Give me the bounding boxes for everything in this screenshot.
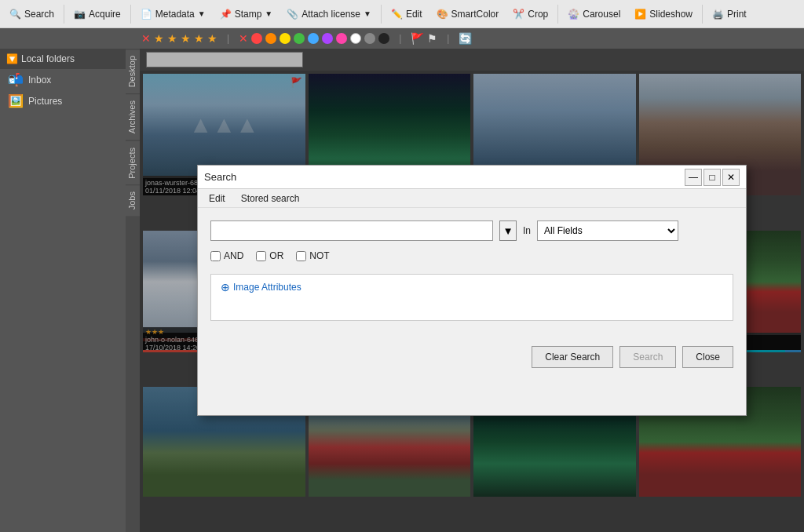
image-attributes-header[interactable]: ⊕ Image Attributes (221, 281, 723, 293)
or-checkbox[interactable] (256, 251, 266, 261)
edit-button[interactable]: ✏️ Edit (385, 2, 429, 26)
crop-label: Crop (528, 9, 548, 20)
reject-star[interactable]: ✕ (141, 32, 151, 45)
sidebar-item-pictures[interactable]: 🖼️ Pictures (0, 90, 126, 111)
search-label: Search (24, 9, 54, 20)
search-query-input[interactable] (210, 220, 493, 241)
dialog-title: Search (204, 171, 683, 183)
not-checkbox[interactable] (296, 251, 306, 261)
acquire-label: Acquire (89, 9, 121, 20)
color-green[interactable] (294, 33, 305, 44)
star-5[interactable]: ★ (207, 32, 217, 45)
smartcolor-label: SmartColor (451, 9, 499, 20)
close-button-dialog[interactable]: Close (682, 346, 733, 368)
slideshow-button[interactable]: ▶️ Slideshow (628, 2, 699, 26)
color-yellow[interactable] (280, 33, 291, 44)
sidebar-item-pictures-label: Pictures (28, 96, 62, 107)
search-button-dialog[interactable]: Search (619, 346, 676, 368)
sidebar: 🔽 Local folders 📬 Inbox 🖼️ Pictures (0, 49, 126, 532)
not-label: NOT (309, 250, 329, 261)
print-button[interactable]: 🖨️ Print (706, 2, 753, 26)
color-orange[interactable] (265, 33, 276, 44)
toolbar-separator-4 (557, 5, 558, 24)
search-icon: 🔍 (9, 9, 21, 20)
color-purple[interactable] (322, 33, 333, 44)
stamp-icon: 📌 (220, 9, 232, 20)
dialog-close-button[interactable]: ✕ (722, 169, 740, 186)
attach-license-icon: 📎 (287, 9, 298, 20)
pictures-icon: 🖼️ (8, 93, 24, 108)
slideshow-icon: ▶️ (634, 9, 646, 20)
dialog-menu-stored-search[interactable]: Stored search (233, 191, 308, 206)
color-blue[interactable] (308, 33, 319, 44)
metadata-icon: 📄 (141, 9, 152, 20)
smartcolor-icon: 🎨 (437, 9, 448, 20)
attach-license-label: Attach license (302, 9, 360, 20)
vtab-desktop[interactable]: Desktop (126, 49, 140, 93)
color-black[interactable] (378, 33, 389, 44)
vtab-jobs[interactable]: Jobs (126, 184, 140, 216)
dialog-menu-edit[interactable]: Edit (201, 191, 233, 206)
star-1[interactable]: ★ (154, 32, 164, 45)
star-3[interactable]: ★ (181, 32, 191, 45)
fields-select[interactable]: All Fields Filename Keywords Description… (537, 220, 678, 241)
attr-expand-icon: ⊕ (221, 281, 230, 293)
and-label: AND (224, 250, 243, 261)
color-pink[interactable] (336, 33, 347, 44)
search-dialog: Search — □ ✕ Edit Stored search ▼ In (197, 165, 747, 416)
vtab-archives[interactable]: Archives (126, 93, 140, 140)
color-white[interactable] (350, 33, 361, 44)
in-label: In (523, 225, 531, 236)
inbox-icon: 📬 (8, 72, 24, 87)
flag-white[interactable]: ⚑ (427, 32, 437, 45)
smartcolor-button[interactable]: 🎨 SmartColor (430, 2, 506, 26)
edit-icon: ✏️ (391, 9, 403, 20)
reject-color[interactable]: ✕ (239, 32, 248, 45)
or-label: OR (269, 250, 283, 261)
print-icon: 🖨️ (712, 9, 724, 20)
vertical-tabs: Desktop Archives Projects Jobs (126, 49, 140, 532)
collapse-icon[interactable]: 🔽 (6, 53, 18, 64)
dialog-overlay: Search — □ ✕ Edit Stored search ▼ In (140, 49, 804, 532)
toolbar-separator-3 (381, 5, 382, 24)
star-2[interactable]: ★ (167, 32, 177, 45)
flag-red[interactable]: 🚩 (411, 32, 424, 45)
carousel-icon: 🎡 (568, 9, 579, 20)
slideshow-label: Slideshow (649, 9, 693, 20)
clear-search-button[interactable]: Clear Search (532, 346, 613, 368)
acquire-button[interactable]: 📷 Acquire (68, 2, 127, 26)
not-checkbox-label[interactable]: NOT (296, 250, 329, 261)
color-red[interactable] (251, 33, 262, 44)
crop-button[interactable]: ✂️ Crop (506, 2, 554, 26)
sidebar-item-inbox[interactable]: 📬 Inbox (0, 69, 126, 90)
dialog-menu: Edit Stored search (198, 189, 746, 208)
sync-icon[interactable]: 🔄 (459, 32, 472, 45)
main-area: 🔽 Local folders 📬 Inbox 🖼️ Pictures Desk… (0, 49, 804, 532)
vtab-projects[interactable]: Projects (126, 140, 140, 185)
dialog-body: ▼ In All Fields Filename Keywords Descri… (198, 208, 746, 346)
dialog-titlebar: Search — □ ✕ (198, 166, 746, 189)
color-gray[interactable] (364, 33, 375, 44)
metadata-label: Metadata (155, 9, 195, 20)
stamp-button[interactable]: 📌 Stamp ▼ (214, 2, 280, 26)
metadata-button[interactable]: 📄 Metadata ▼ (134, 2, 212, 26)
search-dropdown-button[interactable]: ▼ (499, 220, 517, 241)
or-checkbox-label[interactable]: OR (256, 250, 283, 261)
checkbox-row: AND OR NOT (210, 250, 733, 261)
search-button[interactable]: 🔍 Search (3, 2, 60, 26)
attach-license-button[interactable]: 📎 Attach license ▼ (280, 2, 378, 26)
carousel-button[interactable]: 🎡 Carousel (561, 2, 627, 26)
search-input-row: ▼ In All Fields Filename Keywords Descri… (210, 220, 733, 241)
minimize-button[interactable]: — (685, 169, 702, 186)
and-checkbox-label[interactable]: AND (210, 250, 243, 261)
edit-label: Edit (406, 9, 422, 20)
and-checkbox[interactable] (210, 251, 221, 261)
sidebar-item-inbox-label: Inbox (28, 75, 51, 86)
toolbar-separator-5 (702, 5, 703, 24)
star-4[interactable]: ★ (194, 32, 204, 45)
image-attributes-label: Image Attributes (233, 282, 302, 293)
maximize-button[interactable]: □ (704, 169, 721, 186)
sidebar-header: 🔽 Local folders (0, 49, 126, 69)
stamp-label: Stamp (235, 9, 262, 20)
crop-icon: ✂️ (513, 9, 524, 20)
